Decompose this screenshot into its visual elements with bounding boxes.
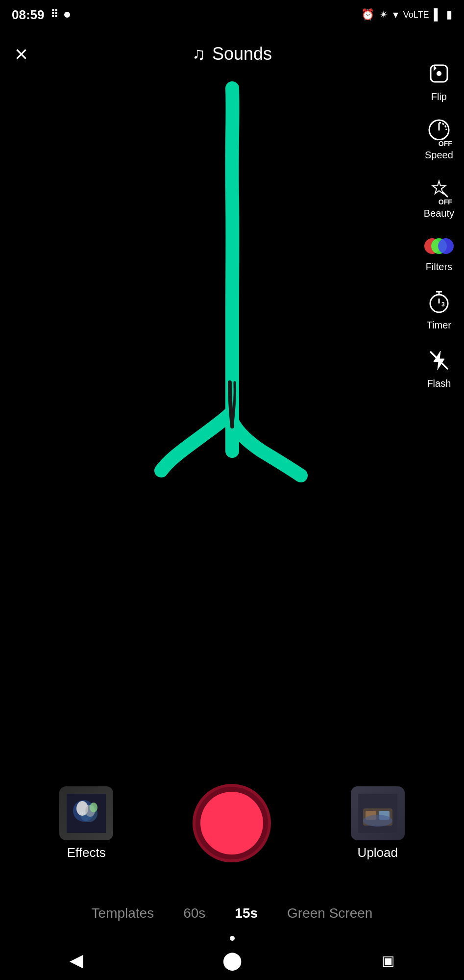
effects-button[interactable]: Effects (59, 786, 113, 860)
tab-15s[interactable]: 15s (235, 901, 258, 926)
sounds-title: Sounds (212, 44, 272, 64)
upload-button[interactable]: Upload (351, 786, 405, 860)
status-bar: 08:59 ⠿ ⏰ ✴ ▾ VoLTE ▌ ▮ (0, 0, 464, 29)
flash-icon (424, 346, 454, 375)
right-controls: Flip OFF Speed OFF (424, 59, 454, 389)
dot-icon (64, 12, 70, 18)
speed-off-badge: OFF (438, 140, 453, 148)
bottom-bar: Effects Upload (0, 774, 464, 872)
home-icon[interactable]: ⬤ (222, 950, 242, 971)
svg-point-21 (363, 815, 392, 827)
tab-60s[interactable]: 60s (183, 901, 205, 926)
flip-control[interactable]: Flip (424, 59, 454, 102)
filters-control[interactable]: Filters (424, 234, 454, 273)
svg-point-16 (90, 803, 98, 812)
back-icon[interactable]: ◀ (70, 950, 83, 971)
tab-indicator (230, 936, 235, 941)
flip-label: Flip (431, 91, 447, 102)
music-icon: ♫ (192, 44, 205, 64)
record-inner-circle (200, 792, 263, 854)
close-button[interactable]: × (15, 43, 28, 65)
effects-thumbnail (59, 786, 113, 840)
upload-label: Upload (358, 845, 398, 860)
status-time: 08:59 (12, 7, 45, 23)
wifi-icon: ▾ (393, 8, 398, 21)
flash-control[interactable]: Flash (424, 346, 454, 389)
flash-label: Flash (427, 378, 451, 389)
alarm-icon: ⏰ (361, 8, 374, 21)
filters-label: Filters (426, 261, 452, 273)
timer-label: Timer (427, 320, 451, 331)
signal-icon: ▌ (434, 8, 441, 21)
battery-icon: ▮ (446, 8, 452, 21)
speed-control[interactable]: OFF Speed (424, 117, 454, 161)
timer-icon: 3 (424, 287, 454, 317)
status-left: 08:59 ⠿ (12, 7, 70, 23)
hand-drawn-arrow (134, 78, 330, 520)
speed-label: Speed (425, 150, 453, 161)
tabs-bar: Templates 60s 15s Green Screen (0, 901, 464, 926)
speed-icon: OFF (424, 117, 454, 147)
beauty-off-badge: OFF (438, 198, 453, 206)
svg-point-1 (437, 71, 441, 76)
flip-icon (424, 59, 454, 88)
filters-icon (424, 234, 454, 258)
timer-control[interactable]: 3 Timer (424, 287, 454, 331)
header: × ♫ Sounds (0, 29, 464, 78)
header-title: ♫ Sounds (192, 44, 272, 64)
effects-label: Effects (67, 845, 106, 860)
recent-icon[interactable]: ▣ (382, 953, 394, 969)
status-right: ⏰ ✴ ▾ VoLTE ▌ ▮ (361, 8, 452, 21)
beauty-label: Beauty (424, 208, 454, 219)
tab-templates[interactable]: Templates (92, 901, 154, 926)
nav-bar: ◀ ⬤ ▣ (0, 941, 464, 980)
podcast-icon: ⠿ (50, 8, 58, 21)
bluetooth-icon: ✴ (379, 8, 388, 21)
tab-green-screen[interactable]: Green Screen (287, 901, 372, 926)
beauty-icon: OFF (424, 176, 454, 205)
beauty-control[interactable]: OFF Beauty (424, 176, 454, 219)
upload-thumbnail (351, 786, 405, 840)
record-button[interactable] (193, 784, 271, 862)
volte-icon: VoLTE (403, 10, 429, 20)
svg-text:3: 3 (441, 301, 445, 308)
